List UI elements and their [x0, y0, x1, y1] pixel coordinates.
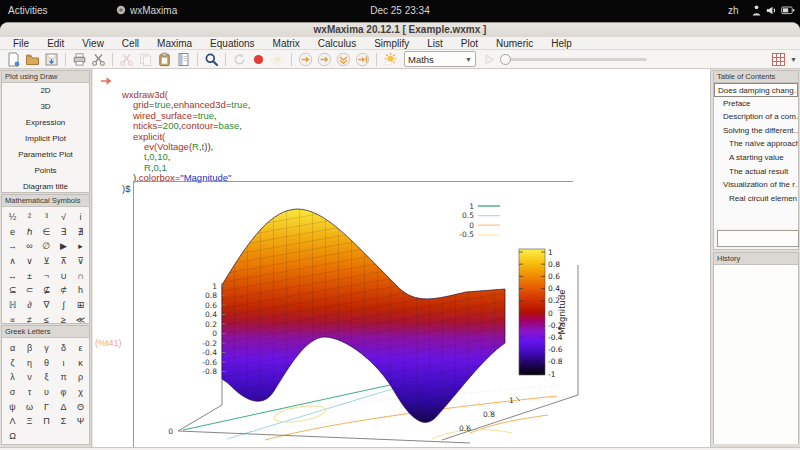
save-file-button[interactable] [44, 51, 60, 67]
math-symbol-button[interactable]: ∩ [72, 269, 89, 284]
math-symbol-button[interactable]: ∅ [38, 239, 55, 254]
math-symbol-button[interactable]: ± [21, 269, 38, 284]
toc-filter-input[interactable] [717, 230, 799, 247]
greek-letter-button[interactable]: κ [72, 356, 89, 371]
evaluate-rest-button[interactable] [355, 51, 371, 67]
greek-letter-button[interactable]: Γ [38, 400, 55, 415]
print-button[interactable] [72, 51, 88, 67]
menu-plot[interactable]: Plot [452, 38, 487, 49]
math-symbol-button[interactable]: ℍ [4, 298, 21, 313]
select-all-button[interactable] [176, 51, 192, 67]
math-symbols-header[interactable]: Mathematical Symbols [2, 195, 89, 207]
math-symbol-button[interactable]: √ [55, 210, 72, 225]
cut-button[interactable] [119, 51, 135, 67]
greek-letter-button[interactable]: σ [4, 385, 21, 400]
menu-view[interactable]: View [73, 38, 113, 49]
math-symbol-button[interactable]: ∃ [55, 225, 72, 240]
math-symbol-button[interactable]: ↔ [4, 269, 21, 284]
greek-letter-button[interactable]: η [21, 356, 38, 371]
greek-letter-button[interactable]: α [4, 341, 21, 356]
copy-button[interactable] [138, 51, 154, 67]
math-symbol-button[interactable]: ⊄ [55, 283, 72, 298]
toc-item-description-of-a-com[interactable]: Description of a com… [714, 110, 798, 124]
greek-letter-button[interactable]: δ [55, 341, 72, 356]
maths-dropdown[interactable]: Maths ▼ [404, 51, 476, 67]
draw-button-parametric-plot[interactable]: Parametric Plot [2, 147, 89, 163]
play-animation-button[interactable] [482, 51, 498, 67]
draw-button-expression[interactable]: Expression [2, 115, 89, 131]
math-symbol-button[interactable]: → [4, 239, 21, 254]
greek-letter-button[interactable]: χ [72, 385, 89, 400]
greek-letter-button[interactable]: β [21, 341, 38, 356]
greek-letter-button[interactable]: Σ [55, 414, 72, 429]
greek-letter-button[interactable]: Ω [4, 429, 21, 444]
greek-letter-button[interactable]: Δ [55, 400, 72, 415]
greek-letter-button[interactable]: τ [21, 385, 38, 400]
evaluate-below-button[interactable] [336, 51, 352, 67]
greek-letter-button[interactable]: Θ [72, 400, 89, 415]
menu-calculus[interactable]: Calculus [309, 38, 365, 49]
greek-letter-button[interactable]: ω [21, 400, 38, 415]
greek-letter-button[interactable]: ε [72, 341, 89, 356]
toc-item-solving-the-different[interactable]: Solving the different… [714, 124, 798, 138]
greek-letter-button[interactable]: Ξ [21, 414, 38, 429]
math-symbol-button[interactable]: ∨ [21, 254, 38, 269]
math-symbol-button[interactable]: ∈ [38, 225, 55, 240]
math-symbol-button[interactable]: ⊼ [55, 254, 72, 269]
math-symbol-button[interactable]: ℏ [21, 225, 38, 240]
volume-icon[interactable] [765, 4, 778, 19]
greek-letter-button[interactable]: Λ [4, 414, 21, 429]
animation-slider-handle[interactable] [500, 54, 511, 65]
math-symbol-button[interactable]: ⊈ [38, 283, 55, 298]
toc-item-the-actual-result[interactable]: The actual result [714, 165, 798, 179]
math-symbol-button[interactable]: ⊽ [72, 254, 89, 269]
greek-letter-button[interactable]: ξ [38, 370, 55, 385]
greek-letter-button[interactable]: φ [55, 385, 72, 400]
math-symbol-button[interactable]: h [72, 283, 89, 298]
window-title-bar[interactable]: wxMaxima 20.12.1 [ Example.wxmx ] [0, 23, 800, 38]
configure-button[interactable] [91, 51, 107, 67]
toc-item-preface[interactable]: Preface [714, 97, 798, 111]
find-button[interactable] [204, 51, 220, 67]
draw-button-2d[interactable]: 2D [2, 83, 89, 99]
menu-simplify[interactable]: Simplify [365, 38, 418, 49]
toc-item-does-damping-chang[interactable]: Does damping chang… [714, 83, 798, 97]
evaluate-all-button[interactable] [317, 51, 333, 67]
math-symbol-button[interactable]: e [4, 225, 21, 240]
math-symbol-button[interactable]: ¬ [38, 269, 55, 284]
math-symbol-button[interactable]: ∧ [4, 254, 21, 269]
math-symbol-button[interactable]: ∇ [38, 298, 55, 313]
math-symbol-button[interactable]: ½ [4, 210, 21, 225]
greek-letter-button[interactable]: λ [4, 370, 21, 385]
math-symbol-button[interactable]: i [72, 210, 89, 225]
toolbar-overflow-chevron[interactable]: ▼ [790, 56, 797, 63]
toc-item-visualization-of-the-r[interactable]: Visualization of the r… [714, 178, 798, 192]
greek-letter-button[interactable]: ν [21, 370, 38, 385]
menu-matrix[interactable]: Matrix [264, 38, 309, 49]
menu-list[interactable]: List [418, 38, 452, 49]
toc-item-real-circuit-elemen[interactable]: Real circuit elemen… [714, 192, 798, 206]
greek-letter-button[interactable]: ζ [4, 356, 21, 371]
greek-letter-button[interactable]: Π [38, 414, 55, 429]
menu-edit[interactable]: Edit [38, 38, 73, 49]
interrupt-button[interactable] [251, 51, 267, 67]
greek-letter-button[interactable]: θ [38, 356, 55, 371]
menu-cell[interactable]: Cell [113, 38, 148, 49]
toc-header[interactable]: Table of Contents [714, 71, 798, 83]
greek-letter-button[interactable]: γ [38, 341, 55, 356]
history-list[interactable] [714, 265, 798, 444]
paste-button[interactable] [157, 51, 173, 67]
math-symbol-button[interactable]: ∪ [55, 269, 72, 284]
new-document-button[interactable] [6, 51, 22, 67]
restart-maxima-button[interactable] [232, 51, 248, 67]
greek-letter-button[interactable]: Ψ [72, 414, 89, 429]
menu-numeric[interactable]: Numeric [487, 38, 542, 49]
math-symbol-button[interactable]: ▶ [55, 239, 72, 254]
math-symbol-button[interactable]: ⊆ [4, 283, 21, 298]
battery-icon[interactable] [781, 6, 795, 17]
menu-file[interactable]: File [4, 38, 38, 49]
hide-code-button[interactable] [383, 51, 399, 67]
draw-button-3d[interactable]: 3D [2, 99, 89, 115]
menu-maxima[interactable]: Maxima [148, 38, 201, 49]
greek-letter-button[interactable]: ι [55, 356, 72, 371]
